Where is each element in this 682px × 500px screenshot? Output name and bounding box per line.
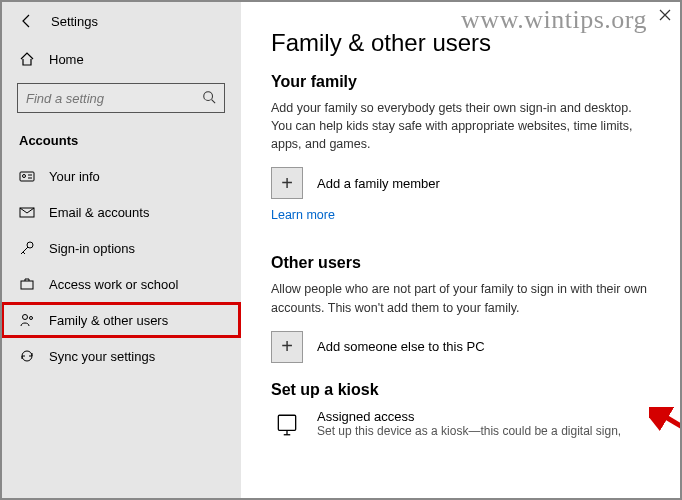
add-other-user-button[interactable]: + Add someone else to this PC — [271, 331, 651, 363]
home-icon — [19, 51, 35, 67]
family-header: Your family — [271, 73, 651, 91]
nav-label: Your info — [49, 169, 100, 184]
id-card-icon — [19, 168, 35, 184]
content-pane: www.wintips.org Family & other users You… — [241, 1, 681, 499]
search-input[interactable] — [26, 91, 202, 106]
section-header: Accounts — [1, 125, 241, 154]
svg-point-9 — [23, 315, 28, 320]
svg-point-3 — [23, 175, 26, 178]
svg-point-10 — [30, 317, 33, 320]
other-users-section: Other users Allow people who are not par… — [271, 254, 651, 362]
kiosk-title: Assigned access — [317, 409, 621, 424]
svg-rect-11 — [278, 415, 295, 430]
sidebar-item-your-info[interactable]: Your info — [1, 158, 241, 194]
kiosk-icon — [271, 409, 303, 441]
nav-label: Email & accounts — [49, 205, 149, 220]
sidebar: Settings Home Accounts Your info — [1, 1, 241, 499]
nav-label: Sign-in options — [49, 241, 135, 256]
kiosk-header: Set up a kiosk — [271, 381, 651, 399]
learn-more-link[interactable]: Learn more — [271, 208, 335, 222]
sync-icon — [19, 348, 35, 364]
sidebar-item-sync[interactable]: Sync your settings — [1, 338, 241, 374]
other-users-description: Allow people who are not part of your fa… — [271, 280, 651, 316]
close-button[interactable] — [659, 7, 671, 25]
mail-icon — [19, 204, 35, 220]
people-icon — [19, 312, 35, 328]
home-nav[interactable]: Home — [1, 43, 241, 75]
nav-label: Access work or school — [49, 277, 178, 292]
nav-list: Your info Email & accounts Sign-in optio… — [1, 158, 241, 374]
settings-window: Settings Home Accounts Your info — [0, 0, 682, 500]
kiosk-section: Set up a kiosk Assigned access Set up th… — [271, 381, 651, 441]
page-title: Family & other users — [271, 29, 651, 57]
nav-label: Sync your settings — [49, 349, 155, 364]
add-family-member-button[interactable]: + Add a family member — [271, 167, 651, 199]
nav-label: Family & other users — [49, 313, 168, 328]
assigned-access-button[interactable]: Assigned access Set up this device as a … — [271, 409, 651, 441]
annotation-arrow — [649, 407, 681, 457]
close-icon — [659, 9, 671, 21]
briefcase-icon — [19, 276, 35, 292]
back-button[interactable] — [17, 11, 37, 31]
family-description: Add your family so everybody gets their … — [271, 99, 651, 153]
app-title: Settings — [51, 14, 98, 29]
kiosk-subtitle: Set up this device as a kiosk—this could… — [317, 424, 621, 438]
sidebar-item-family[interactable]: Family & other users — [1, 302, 241, 338]
search-container — [1, 75, 241, 125]
titlebar: Settings — [1, 1, 241, 39]
search-box[interactable] — [17, 83, 225, 113]
svg-rect-8 — [21, 281, 33, 289]
add-family-label: Add a family member — [317, 176, 440, 191]
add-other-label: Add someone else to this PC — [317, 339, 485, 354]
other-users-header: Other users — [271, 254, 651, 272]
svg-point-0 — [204, 91, 213, 100]
svg-line-14 — [659, 413, 681, 449]
family-section: Your family Add your family so everybody… — [271, 73, 651, 244]
plus-icon: + — [271, 167, 303, 199]
svg-line-1 — [212, 99, 216, 103]
home-label: Home — [49, 52, 84, 67]
search-icon — [202, 90, 216, 107]
sidebar-item-work[interactable]: Access work or school — [1, 266, 241, 302]
key-icon — [19, 240, 35, 256]
sidebar-item-signin[interactable]: Sign-in options — [1, 230, 241, 266]
plus-icon: + — [271, 331, 303, 363]
arrow-left-icon — [19, 13, 35, 29]
sidebar-item-email[interactable]: Email & accounts — [1, 194, 241, 230]
